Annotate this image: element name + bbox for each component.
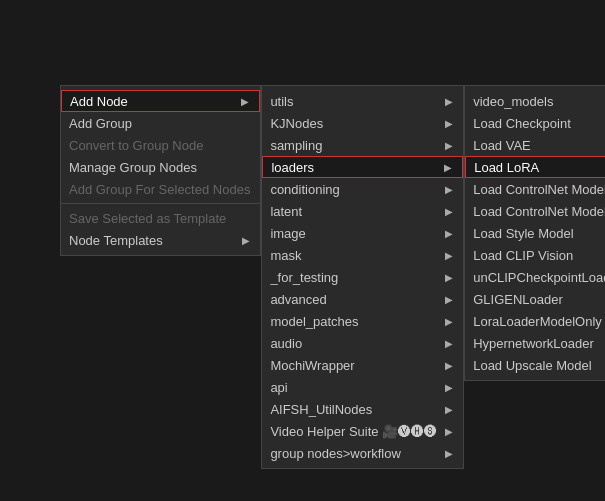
menu-item-utils[interactable]: utils▶ xyxy=(262,90,463,112)
menu-item-load-clip-vision[interactable]: Load CLIP Vision xyxy=(465,244,605,266)
menu-item-label-load-style-model: Load Style Model xyxy=(473,226,605,241)
menu-item-convert-to-group: Convert to Group Node xyxy=(61,134,260,156)
menu-item-_for_testing[interactable]: _for_testing▶ xyxy=(262,266,463,288)
menu-item-label-add-group: Add Group xyxy=(69,116,250,131)
submenu-arrow-icon: ▶ xyxy=(445,96,453,107)
menu-item-gligen-loader[interactable]: GLIGENLoader xyxy=(465,288,605,310)
menu-item-label-load-checkpoint: Load Checkpoint xyxy=(473,116,605,131)
menu-item-label-audio: audio xyxy=(270,336,437,351)
menu-item-label-load-controlnet: Load ControlNet Model xyxy=(473,182,605,197)
menu-item-label-mochiwrapper: MochiWrapper xyxy=(270,358,437,373)
menu-item-load-checkpoint[interactable]: Load Checkpoint xyxy=(465,112,605,134)
menu-item-image[interactable]: image▶ xyxy=(262,222,463,244)
submenu-arrow-icon: ▶ xyxy=(445,118,453,129)
menu-item-label-add-group-selected: Add Group For Selected Nodes xyxy=(69,182,250,197)
context-menu: Add Node▶Add GroupConvert to Group NodeM… xyxy=(60,85,605,469)
menu-level3: video_models▶Load CheckpointLoad VAELoad… xyxy=(464,85,605,381)
menu-item-mochiwrapper[interactable]: MochiWrapper▶ xyxy=(262,354,463,376)
menu-item-aifsh[interactable]: AIFSH_UtilNodes▶ xyxy=(262,398,463,420)
menu-item-video_models[interactable]: video_models▶ xyxy=(465,90,605,112)
menu-item-label-kjnodes: KJNodes xyxy=(270,116,437,131)
menu-item-label-aifsh: AIFSH_UtilNodes xyxy=(270,402,437,417)
menu-item-mask[interactable]: mask▶ xyxy=(262,244,463,266)
menu-item-label-node-templates: Node Templates xyxy=(69,233,234,248)
menu-item-load-vae[interactable]: Load VAE xyxy=(465,134,605,156)
menu-item-label-latent: latent xyxy=(270,204,437,219)
submenu-arrow-icon: ▶ xyxy=(445,206,453,217)
menu-item-loaders[interactable]: loaders▶ xyxy=(262,156,463,178)
menu-item-label-load-clip-vision: Load CLIP Vision xyxy=(473,248,605,263)
menu-item-kjnodes[interactable]: KJNodes▶ xyxy=(262,112,463,134)
menu-panels: Add Node▶Add GroupConvert to Group NodeM… xyxy=(60,85,605,469)
menu-item-label-gligen-loader: GLIGENLoader xyxy=(473,292,605,307)
submenu-arrow-icon: ▶ xyxy=(445,448,453,459)
menu-item-label-_for_testing: _for_testing xyxy=(270,270,437,285)
menu-item-label-unclip-checkpoint: unCLIPCheckpointLoader xyxy=(473,270,605,285)
menu-item-label-video_models: video_models xyxy=(473,94,605,109)
menu-item-label-load-lora: Load LoRA xyxy=(474,160,605,175)
menu-item-label-load-vae: Load VAE xyxy=(473,138,605,153)
menu-item-conditioning[interactable]: conditioning▶ xyxy=(262,178,463,200)
menu-item-advanced[interactable]: advanced▶ xyxy=(262,288,463,310)
menu-item-label-model_patches: model_patches xyxy=(270,314,437,329)
menu-item-label-hypernetwork-loader: HypernetworkLoader xyxy=(473,336,605,351)
menu-item-label-mask: mask xyxy=(270,248,437,263)
menu-separator xyxy=(61,203,260,204)
menu-item-audio[interactable]: audio▶ xyxy=(262,332,463,354)
menu-item-node-templates[interactable]: Node Templates▶ xyxy=(61,229,260,251)
menu-item-model_patches[interactable]: model_patches▶ xyxy=(262,310,463,332)
submenu-arrow-icon: ▶ xyxy=(445,426,453,437)
menu-item-hypernetwork-loader[interactable]: HypernetworkLoader xyxy=(465,332,605,354)
menu-item-load-upscale-model[interactable]: Load Upscale Model xyxy=(465,354,605,376)
submenu-arrow-icon: ▶ xyxy=(445,316,453,327)
menu-item-label-advanced: advanced xyxy=(270,292,437,307)
menu-item-label-loaders: loaders xyxy=(271,160,436,175)
submenu-arrow-icon: ▶ xyxy=(445,250,453,261)
menu-item-save-selected-template: Save Selected as Template xyxy=(61,207,260,229)
menu-item-load-style-model[interactable]: Load Style Model xyxy=(465,222,605,244)
submenu-arrow-icon: ▶ xyxy=(241,96,249,107)
submenu-arrow-icon: ▶ xyxy=(445,404,453,415)
menu-item-load-controlnet-diff[interactable]: Load ControlNet Model (diff) xyxy=(465,200,605,222)
menu-item-latent[interactable]: latent▶ xyxy=(262,200,463,222)
menu-item-label-image: image xyxy=(270,226,437,241)
menu-item-manage-group-nodes[interactable]: Manage Group Nodes xyxy=(61,156,260,178)
submenu-arrow-icon: ▶ xyxy=(445,382,453,393)
menu-item-label-conditioning: conditioning xyxy=(270,182,437,197)
menu-item-label-utils: utils xyxy=(270,94,437,109)
submenu-arrow-icon: ▶ xyxy=(242,235,250,246)
submenu-arrow-icon: ▶ xyxy=(445,184,453,195)
menu-item-label-api: api xyxy=(270,380,437,395)
submenu-arrow-icon: ▶ xyxy=(445,294,453,305)
menu-item-label-load-upscale-model: Load Upscale Model xyxy=(473,358,605,373)
menu-item-label-sampling: sampling xyxy=(270,138,437,153)
submenu-arrow-icon: ▶ xyxy=(444,162,452,173)
menu-level1: Add Node▶Add GroupConvert to Group NodeM… xyxy=(60,85,261,256)
menu-item-lora-loader-model-only[interactable]: LoraLoaderModelOnly xyxy=(465,310,605,332)
menu-item-unclip-checkpoint[interactable]: unCLIPCheckpointLoader xyxy=(465,266,605,288)
menu-item-label-save-selected-template: Save Selected as Template xyxy=(69,211,250,226)
menu-item-group-nodes-workflow[interactable]: group nodes>workflow▶ xyxy=(262,442,463,464)
menu-item-load-lora[interactable]: Load LoRA xyxy=(465,156,605,178)
menu-item-video-helper[interactable]: Video Helper Suite 🎥🅥🅗🅢▶ xyxy=(262,420,463,442)
menu-item-add-group-selected: Add Group For Selected Nodes xyxy=(61,178,260,200)
menu-item-add-group[interactable]: Add Group xyxy=(61,112,260,134)
menu-item-label-video-helper: Video Helper Suite 🎥🅥🅗🅢 xyxy=(270,424,437,439)
submenu-arrow-icon: ▶ xyxy=(445,140,453,151)
menu-level2: utils▶KJNodes▶sampling▶loaders▶condition… xyxy=(261,85,464,469)
menu-item-label-group-nodes-workflow: group nodes>workflow xyxy=(270,446,437,461)
menu-item-load-controlnet[interactable]: Load ControlNet Model xyxy=(465,178,605,200)
menu-item-label-manage-group-nodes: Manage Group Nodes xyxy=(69,160,250,175)
menu-item-label-lora-loader-model-only: LoraLoaderModelOnly xyxy=(473,314,605,329)
menu-item-add-node[interactable]: Add Node▶ xyxy=(61,90,260,112)
menu-item-label-add-node: Add Node xyxy=(70,94,233,109)
menu-item-label-load-controlnet-diff: Load ControlNet Model (diff) xyxy=(473,204,605,219)
submenu-arrow-icon: ▶ xyxy=(445,360,453,371)
submenu-arrow-icon: ▶ xyxy=(445,272,453,283)
menu-item-api[interactable]: api▶ xyxy=(262,376,463,398)
menu-item-label-convert-to-group: Convert to Group Node xyxy=(69,138,250,153)
menu-item-sampling[interactable]: sampling▶ xyxy=(262,134,463,156)
submenu-arrow-icon: ▶ xyxy=(445,228,453,239)
submenu-arrow-icon: ▶ xyxy=(445,338,453,349)
